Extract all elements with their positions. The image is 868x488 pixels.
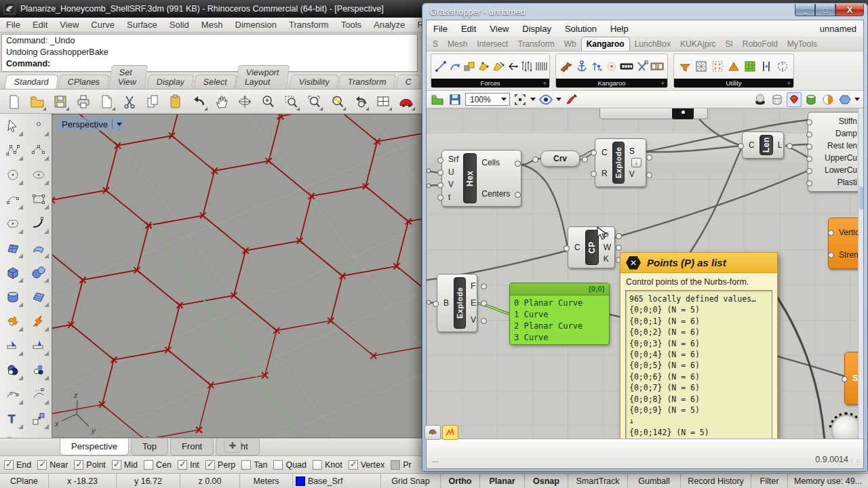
grid-icon[interactable] <box>742 58 757 75</box>
funnel-icon[interactable] <box>677 58 692 75</box>
input-port[interactable]: C <box>747 140 757 150</box>
perp-checkbox[interactable] <box>205 460 215 470</box>
cut-icon[interactable] <box>121 92 138 111</box>
input-port[interactable]: UpperCu <box>815 152 859 163</box>
unary-force-icon[interactable] <box>462 58 476 75</box>
utility-group-label[interactable]: Utility <box>674 79 793 87</box>
rhino-toolbar-tab[interactable]: Transform <box>338 75 396 89</box>
output-port[interactable]: V <box>627 169 644 180</box>
curve-point-edit-icon[interactable] <box>0 382 26 407</box>
viewport-tab[interactable]: Perspective <box>60 439 129 455</box>
perspective-viewport[interactable]: z x y <box>52 114 422 438</box>
car-render-icon[interactable] <box>397 92 415 111</box>
grasshopper-tab[interactable]: LunchBox <box>630 37 675 51</box>
rotate-view-icon[interactable] <box>236 92 254 111</box>
mesh-triangle-icon[interactable] <box>726 58 741 75</box>
curve-handle-icon[interactable] <box>26 382 52 407</box>
input-port[interactable]: Stiffn <box>815 116 859 127</box>
zoom-dynamic-icon[interactable] <box>259 92 277 111</box>
slider-knob[interactable] <box>672 108 694 119</box>
trim-icon[interactable] <box>0 333 26 358</box>
close-button[interactable]: X <box>835 4 864 16</box>
len-capsule[interactable]: Len <box>760 135 773 155</box>
status-cell[interactable]: x -18.23 <box>49 474 117 488</box>
print-icon[interactable] <box>75 92 92 111</box>
rhino-toolbar-tab[interactable]: CPlanes <box>58 75 109 89</box>
explode-capsule[interactable]: Explode <box>454 277 466 329</box>
input-port[interactable]: Srf <box>446 154 460 165</box>
boolean-union-icon[interactable] <box>0 358 26 382</box>
status-cell[interactable]: CPlane <box>0 474 49 488</box>
quad-checkbox[interactable] <box>273 460 283 470</box>
fillet-curve-icon[interactable] <box>26 211 52 236</box>
output-port[interactable]: W <box>601 242 613 253</box>
gh-menu-file[interactable]: File <box>427 22 454 36</box>
rhino-menu-item[interactable]: Mesh <box>195 18 229 31</box>
bend-force-icon[interactable] <box>448 58 462 75</box>
grasshopper-tab[interactable]: S <box>428 37 443 51</box>
rhino-toolbar-tab[interactable]: Viewport Layout <box>235 65 290 89</box>
simplify-icon[interactable] <box>631 158 642 167</box>
open-document-icon[interactable] <box>430 92 445 107</box>
scrollbar-thumb[interactable] <box>859 186 863 209</box>
rhino-toolbar-tab[interactable]: Visibility <box>289 75 339 89</box>
output-port[interactable]: E <box>469 298 478 308</box>
status-cell[interactable]: y 16.72 <box>117 474 180 488</box>
gh-menu-edit[interactable]: Edit <box>454 22 483 36</box>
viewport-tab[interactable]: Front <box>170 439 214 455</box>
rhino-menu-item[interactable]: File <box>0 18 26 31</box>
point-attractor-icon[interactable] <box>604 58 618 75</box>
dashed-loop-icon[interactable] <box>774 58 790 75</box>
zoom-level-select[interactable]: 100% <box>465 93 510 106</box>
component-length[interactable]: C Len L <box>742 131 784 159</box>
output-port[interactable]: K <box>601 253 613 264</box>
pressure-icon[interactable] <box>477 58 490 75</box>
input-port[interactable]: Damp <box>815 128 859 139</box>
dense-hatch-icon[interactable] <box>534 58 547 75</box>
grasshopper-titlebar[interactable]: Grasshopper - unnamed _ □ X <box>426 3 864 20</box>
undo-icon[interactable] <box>190 92 208 111</box>
status-cell[interactable]: Meters <box>240 474 293 488</box>
viewport-title-menu[interactable]: Perspective <box>57 117 125 131</box>
input-port[interactable]: Plasti <box>815 177 859 188</box>
rhino-toolbar-tab[interactable]: Select <box>193 75 237 89</box>
new-file-icon[interactable] <box>5 92 23 111</box>
page-setup-icon[interactable] <box>98 92 115 111</box>
green-cylinder-icon[interactable] <box>804 92 818 107</box>
status-cell[interactable]: z 0.00 <box>180 474 240 488</box>
polyline-icon[interactable] <box>0 138 26 163</box>
undo-view-icon[interactable] <box>351 92 369 111</box>
maximize-button[interactable]: □ <box>815 4 835 16</box>
zoom-selected-icon[interactable] <box>305 92 323 111</box>
input-port[interactable]: Vertice <box>837 227 859 238</box>
tan-checkbox[interactable] <box>241 460 251 470</box>
chevron-down-icon[interactable] <box>530 98 536 101</box>
grasshopper-tab[interactable]: Wb <box>559 37 581 51</box>
status-cell[interactable]: Grid Snap <box>381 474 441 488</box>
component-anchor[interactable]: Vertice Strengt <box>828 218 859 269</box>
kangaroo-solver-icon[interactable] <box>559 58 574 75</box>
status-cell[interactable]: SmartTrack <box>568 474 628 488</box>
box-icon[interactable] <box>0 260 26 285</box>
paste-icon[interactable] <box>167 92 184 111</box>
rhino-toolbar-tab[interactable]: Standard <box>5 75 59 89</box>
canvas-vertical-scrollbar[interactable] <box>858 108 863 439</box>
gh-menu-display[interactable]: Display <box>515 22 558 36</box>
copy-icon[interactable] <box>144 92 161 111</box>
springs-icon[interactable] <box>434 58 448 75</box>
zoom-fit-icon[interactable] <box>513 92 528 107</box>
bake-burst-icon[interactable] <box>26 309 52 333</box>
rhino-menu-item[interactable]: Edit <box>26 18 54 31</box>
rhino-menu-item[interactable]: Curve <box>85 18 121 31</box>
rhino-toolbar-tab[interactable]: C <box>395 75 421 89</box>
chevron-down-icon[interactable] <box>854 98 860 101</box>
status-cell[interactable]: Memory use: 49... <box>788 474 868 488</box>
output-port[interactable]: Centers <box>479 188 512 199</box>
status-cell[interactable]: Base_Srf <box>293 474 381 488</box>
output-port[interactable]: F <box>469 281 478 291</box>
input-port[interactable]: V <box>446 179 460 190</box>
gh-menu-solution[interactable]: Solution <box>558 22 604 36</box>
surface-loft-icon[interactable] <box>26 236 52 260</box>
split-icon[interactable] <box>26 333 52 358</box>
brackets-icon[interactable] <box>758 58 774 75</box>
